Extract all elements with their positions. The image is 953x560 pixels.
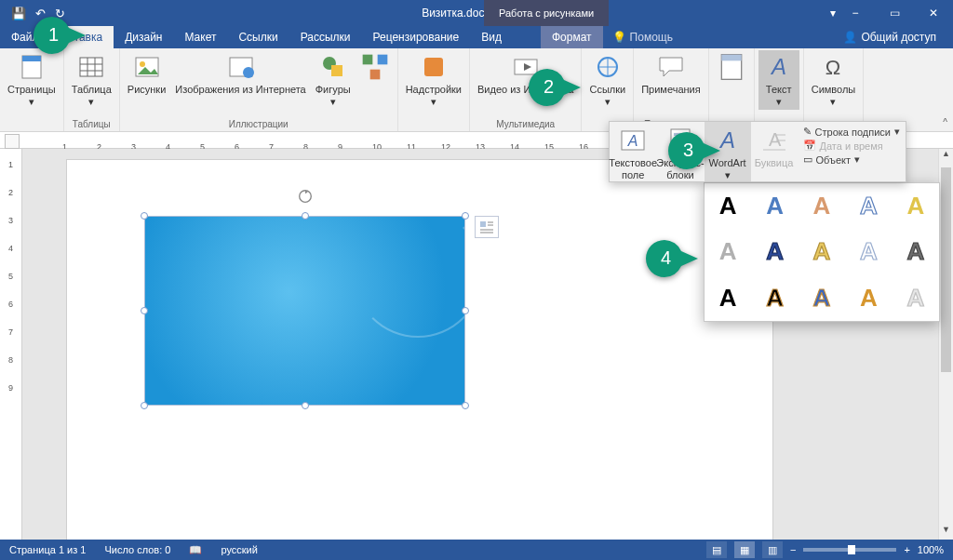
text-icon: A [764, 52, 794, 82]
pages-button[interactable]: Страницы▾ [4, 50, 60, 110]
symbols-button[interactable]: Ω Символы▾ [808, 50, 860, 110]
links-button[interactable]: Ссылки▾ [585, 50, 629, 110]
zoom-in-button[interactable]: + [904, 544, 909, 555]
wordart-style-10[interactable]: A [893, 229, 939, 274]
zoom-out-button[interactable]: − [790, 544, 796, 555]
word-count[interactable]: Число слов: 0 [104, 544, 170, 555]
wordart-style-5[interactable]: A [893, 183, 939, 229]
window-buttons: − ▭ ✕ [836, 0, 953, 26]
resize-handle[interactable] [302, 212, 309, 220]
step-marker-1: 1 [32, 15, 87, 58]
header-footer-button[interactable] [713, 50, 750, 86]
resize-handle[interactable] [141, 212, 148, 220]
wordart-style-13[interactable]: A [799, 275, 845, 321]
step-marker-2: 2 [527, 67, 583, 110]
tab-view[interactable]: Вид [470, 26, 513, 48]
resize-handle[interactable] [141, 402, 148, 409]
online-pictures-button[interactable]: Изображения из Интернета [171, 50, 309, 98]
tab-format[interactable]: Формат [541, 26, 603, 48]
svg-rect-20 [721, 55, 741, 61]
page-indicator[interactable]: Страница 1 из 1 [9, 544, 86, 555]
step-marker-3: 3 [666, 130, 722, 173]
tab-layout[interactable]: Макет [173, 26, 227, 48]
svg-text:Ω: Ω [825, 56, 840, 79]
print-layout-button[interactable]: ▦ [734, 541, 755, 558]
smartart-button[interactable] [356, 50, 394, 86]
comment-icon [656, 52, 686, 82]
wordart-style-14[interactable]: A [845, 275, 892, 321]
calendar-icon: 📅 [803, 140, 816, 152]
dropcap-button[interactable]: A Буквица [751, 122, 798, 181]
svg-rect-13 [362, 55, 372, 65]
selected-picture[interactable] [144, 216, 465, 406]
scroll-thumb[interactable] [941, 167, 951, 372]
wordart-style-1[interactable]: A [705, 183, 751, 229]
web-layout-button[interactable]: ▥ [762, 541, 783, 558]
text-group-button[interactable]: A Текст▾ [758, 50, 799, 110]
omega-icon: Ω [818, 52, 848, 82]
svg-rect-16 [424, 58, 443, 76]
shapes-icon [318, 52, 348, 82]
shapes-button[interactable]: Фигуры▾ [312, 50, 355, 110]
context-tab-label: Работа с рисунками [484, 0, 609, 26]
svg-rect-12 [331, 65, 342, 76]
wordart-style-2[interactable]: A [751, 183, 798, 229]
picture-content [144, 216, 465, 406]
share-button[interactable]: 👤 Общий доступ [834, 31, 946, 44]
rotate-handle[interactable] [297, 188, 314, 205]
restore-button[interactable]: ▭ [875, 0, 914, 26]
zoom-slider[interactable] [803, 548, 896, 552]
layout-options-button[interactable] [475, 216, 499, 238]
tab-review[interactable]: Рецензирование [362, 26, 471, 48]
close-button[interactable]: ✕ [914, 0, 953, 26]
links-icon [593, 52, 623, 82]
text-group-popup: A Текстовое поле Экспресс-блоки A WordAr… [609, 121, 906, 182]
object-button[interactable]: ▭Объект▾ [803, 153, 900, 166]
svg-point-8 [140, 61, 145, 67]
wordart-style-6[interactable]: A [705, 229, 751, 274]
wordart-style-15[interactable]: A [893, 275, 939, 321]
datetime-button[interactable]: 📅Дата и время [803, 140, 900, 152]
pictures-button[interactable]: Рисунки [124, 50, 170, 98]
comments-button[interactable]: Примечания [638, 50, 705, 98]
wordart-style-3[interactable]: A [799, 183, 845, 229]
resize-handle[interactable] [302, 402, 309, 409]
status-bar: Страница 1 из 1 Число слов: 0 📖 русский … [0, 540, 953, 560]
doc-name: Визитка.docx [422, 7, 490, 20]
proofing-icon[interactable]: 📖 [189, 544, 202, 556]
vertical-scrollbar[interactable]: ▲ ▼ [938, 149, 953, 540]
object-icon: ▭ [803, 153, 812, 166]
tab-references[interactable]: Ссылки [227, 26, 289, 48]
language-indicator[interactable]: русский [221, 544, 257, 555]
wordart-style-8[interactable]: A [799, 229, 845, 274]
signature-line-button[interactable]: ✎Строка подписи▾ [803, 126, 900, 138]
resize-handle[interactable] [462, 402, 469, 409]
resize-handle[interactable] [462, 212, 469, 220]
addins-button[interactable]: Надстройки▾ [402, 50, 465, 110]
resize-handle[interactable] [141, 307, 148, 314]
wordart-style-12[interactable]: A [751, 275, 798, 321]
wordart-style-7[interactable]: A [751, 229, 798, 274]
wordart-style-9[interactable]: A [845, 229, 892, 274]
tab-mailings[interactable]: Рассылки [289, 26, 362, 48]
tab-design[interactable]: Дизайн [114, 26, 173, 48]
save-icon[interactable]: 💾 [11, 7, 26, 20]
header-icon [717, 52, 746, 82]
dropcap-icon: A [759, 126, 789, 155]
resize-handle[interactable] [462, 307, 469, 314]
table-button[interactable]: Таблица▾ [68, 50, 115, 110]
wordart-style-11[interactable]: A [705, 275, 751, 321]
tellme-box[interactable]: 💡 Помощь [603, 31, 682, 44]
zoom-level[interactable]: 100% [918, 544, 944, 555]
textbox-button[interactable]: A Текстовое поле [610, 122, 656, 181]
read-mode-button[interactable]: ▤ [706, 541, 727, 558]
scroll-up-icon[interactable]: ▲ [939, 149, 953, 164]
text-group-extras: ✎Строка подписи▾ 📅Дата и время ▭Объект▾ [798, 122, 906, 181]
scroll-down-icon[interactable]: ▼ [939, 525, 953, 540]
wordart-style-4[interactable]: A [845, 183, 892, 229]
minimize-button[interactable]: − [836, 0, 875, 26]
wordart-gallery: AAAAAAAAAAAAAAA [704, 182, 940, 322]
collapse-ribbon-icon[interactable]: ^ [943, 117, 947, 127]
svg-rect-24 [480, 221, 486, 227]
vertical-ruler[interactable]: 123456789 [0, 149, 22, 540]
